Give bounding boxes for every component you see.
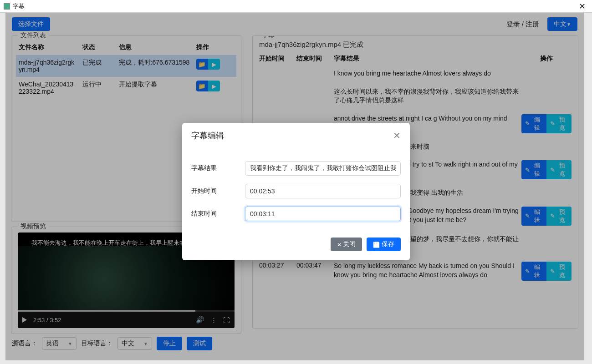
result-label: 字幕结果 — [191, 164, 237, 172]
end-time-label: 结束时间 — [191, 210, 237, 218]
window-close-button[interactable]: ✕ — [576, 1, 588, 11]
start-time-input[interactable] — [245, 184, 401, 198]
window-title: 字幕 — [13, 2, 576, 10]
save-icon — [373, 241, 382, 248]
modal-title: 字幕编辑 — [191, 130, 393, 141]
modal-close-icon[interactable]: ✕ — [393, 130, 401, 141]
end-time-input[interactable] — [245, 207, 401, 221]
result-input[interactable] — [245, 161, 401, 176]
window-titlebar: 字幕 ✕ — [0, 0, 592, 13]
modal-save-button[interactable]: 保存 — [367, 238, 401, 251]
subtitle-edit-modal: 字幕编辑 ✕ 字幕结果 开始时间 结束时间 关闭 保存 — [182, 123, 410, 260]
app-icon — [4, 3, 10, 10]
close-icon — [337, 241, 343, 248]
modal-close-button[interactable]: 关闭 — [331, 238, 362, 251]
start-time-label: 开始时间 — [191, 187, 237, 195]
